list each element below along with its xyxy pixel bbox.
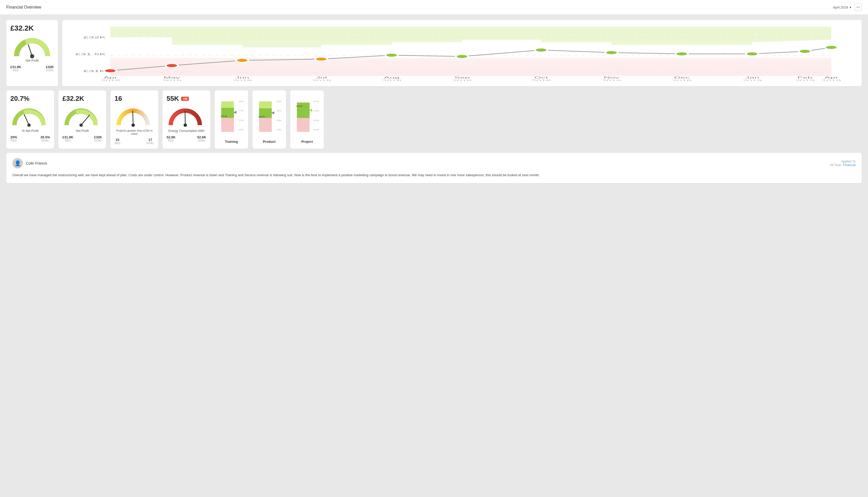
comment-card: 👤 Colin Francis Applies To All Time Fina… — [6, 153, 862, 183]
energy-goal-label: GOAL — [198, 139, 206, 142]
pct-goal-label: GOAL — [41, 139, 49, 142]
svg-point-21 — [825, 46, 837, 49]
energy-goal-value: 52.6K — [197, 135, 206, 139]
pct-net-profit-label: % Net Profit — [22, 129, 38, 133]
svg-text:2019: 2019 — [795, 79, 815, 81]
svg-text:£167K: £167K — [296, 105, 302, 107]
training-label: Training — [225, 140, 238, 144]
comment-user: 👤 Colin Francis — [12, 158, 47, 168]
project-label: Project — [301, 140, 313, 144]
svg-text:£55.5K: £55.5K — [259, 116, 265, 118]
net-profit-label: Net Profit — [26, 59, 39, 62]
net-profit-value: £32.2K — [10, 24, 34, 32]
pct-net-profit-value: 20.7% — [10, 95, 30, 103]
net-profit-gauge — [13, 36, 52, 56]
energy-footer: 52.8K RED 52.6K GOAL — [167, 135, 206, 142]
svg-text:£170K: £170K — [313, 100, 319, 103]
svg-text:Jun: Jun — [235, 76, 249, 79]
net-profit-red: £31.9K RED — [10, 65, 21, 72]
svg-text:2018: 2018 — [311, 79, 331, 81]
pct-net-profit-card: 20.7% % Net Profit 20% RED 20.5% — [6, 90, 54, 149]
applies-to-link[interactable]: Financial — [843, 163, 856, 167]
svg-text:Nov: Nov — [604, 76, 620, 79]
proj-goal-value: 17 — [148, 138, 152, 142]
svg-rect-71 — [259, 101, 272, 108]
net-profit2-card: £32.2K Net Profit £31.9K RED £32K — [58, 90, 106, 149]
energy-badge: +88 — [181, 97, 189, 101]
svg-text:Dec: Dec — [674, 76, 689, 79]
user-icon: 👤 — [15, 160, 21, 166]
projects-footer: 15 RED 17 GOAL — [115, 138, 154, 145]
code-icon[interactable]: <> — [855, 4, 862, 11]
svg-text:2018: 2018 — [531, 79, 551, 81]
svg-text:£45K: £45K — [277, 129, 282, 131]
avatar: 👤 — [12, 158, 23, 168]
svg-text:2018: 2018 — [162, 79, 181, 81]
svg-rect-69 — [259, 118, 272, 132]
svg-text:£32K: £32K — [83, 36, 106, 39]
applies-to-row: All Time Financial — [830, 163, 856, 167]
svg-text:Aug: Aug — [384, 76, 399, 79]
svg-line-47 — [24, 115, 29, 125]
net-profit-goal: £32K GOAL — [46, 65, 54, 72]
svg-point-20 — [799, 49, 811, 53]
svg-text:£80K: £80K — [239, 100, 244, 103]
svg-point-11 — [166, 64, 178, 67]
svg-text:2018: 2018 — [672, 79, 692, 81]
svg-line-1 — [28, 45, 32, 56]
line-chart-svg: £32K £31.5K £31K — [66, 24, 858, 81]
np2-red-value: £31.9K — [62, 135, 73, 139]
svg-text:Apr: Apr — [103, 76, 117, 79]
svg-text:Apr: Apr — [824, 76, 838, 79]
product-card: £60K £55K £50K £45K £55.5K Product — [252, 90, 286, 149]
energy-value: 55K — [167, 95, 179, 103]
net-profit-goal-label: GOAL — [46, 69, 54, 72]
comment-meta: Applies To All Time Financial — [830, 160, 856, 167]
svg-text:Oct: Oct — [534, 76, 548, 79]
page-title: Financial Overview — [6, 5, 41, 10]
comment-header: 👤 Colin Francis Applies To All Time Fina… — [12, 158, 856, 168]
proj-red-value: 15 — [116, 138, 119, 142]
product-label: Product — [263, 140, 275, 144]
net-profit-kpi-card: £32.2K Net Profit £31.9K — [6, 20, 58, 86]
svg-text:2018: 2018 — [101, 79, 120, 81]
svg-point-18 — [676, 52, 688, 56]
date-label: April 2019 — [833, 5, 848, 9]
applies-to-period: All Time — [830, 163, 841, 167]
svg-text:2018: 2018 — [232, 79, 252, 81]
svg-point-13 — [315, 57, 328, 61]
main-content: £32.2K Net Profit £31.9K — [0, 15, 868, 188]
svg-rect-2 — [110, 58, 831, 76]
net-profit2-footer: £31.9K RED £32K GOAL — [62, 135, 102, 142]
svg-line-53 — [185, 111, 185, 125]
applies-to-label: Applies To — [830, 160, 856, 163]
net-profit-red-label: RED — [13, 69, 19, 72]
pct-goal-value: 20.5% — [40, 135, 50, 139]
training-chart: £80K £75K £70K £65K £75.4K — [219, 97, 244, 139]
energy-red-value: 52.8K — [167, 135, 176, 139]
pct-red-label: RED — [11, 139, 17, 142]
energy-label: Energy Consumption kWh — [168, 129, 204, 133]
proj-goal-label: GOAL — [146, 142, 154, 145]
date-selector[interactable]: April 2019 ▾ — [833, 5, 851, 9]
svg-point-10 — [104, 69, 117, 73]
np2-goal-label: GOAL — [94, 139, 102, 142]
svg-text:£31K: £31K — [83, 69, 106, 73]
projects-card: 16 Projects greater than — [110, 90, 158, 149]
comment-text: Overall we have managed the restructurin… — [12, 173, 856, 178]
svg-line-51 — [133, 111, 133, 125]
svg-text:£60K: £60K — [277, 100, 282, 103]
energy-red-label: RED — [168, 139, 174, 142]
svg-text:Sep: Sep — [454, 76, 470, 79]
svg-text:Jul: Jul — [316, 76, 327, 79]
svg-point-17 — [605, 51, 618, 54]
np2-red-label: RED — [65, 139, 71, 142]
projects-gauge — [115, 106, 154, 126]
svg-point-16 — [535, 48, 547, 52]
np2-goal-value: £32K — [94, 135, 102, 139]
net-profit2-label: Net Profit — [76, 129, 89, 133]
net-profit-footer: £31.9K RED £32K GOAL — [10, 65, 54, 72]
product-chart: £60K £55K £50K £45K £55.5K — [257, 97, 282, 139]
pct-red-value: 20% — [10, 135, 17, 139]
svg-rect-59 — [221, 118, 234, 132]
